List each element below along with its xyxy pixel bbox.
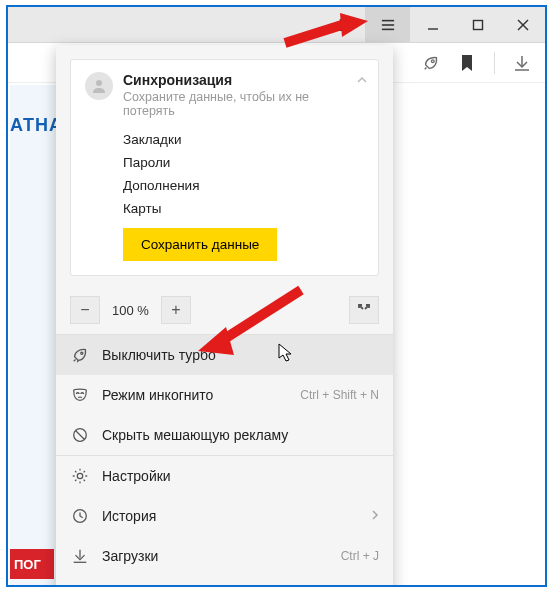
svg-rect-0: [338, 22, 348, 30]
block-icon: [70, 425, 90, 445]
sync-subtitle: Сохраните данные, чтобы их не потерять: [123, 90, 364, 118]
window-close-button[interactable]: [500, 7, 545, 42]
tabs-overview-button[interactable]: [325, 7, 365, 42]
menu-item-label: Настройки: [102, 468, 171, 484]
svg-point-8: [431, 59, 434, 62]
shortcut-label: Ctrl + Shift + N: [300, 388, 379, 402]
svg-line-16: [76, 431, 85, 440]
sync-save-button[interactable]: Сохранить данные: [123, 228, 277, 261]
fullscreen-button[interactable]: [349, 296, 379, 324]
sync-title: Синхронизация: [123, 72, 364, 88]
sync-link-cards[interactable]: Карты: [123, 201, 364, 216]
menu-item-label: Скрыть мешающую рекламу: [102, 427, 288, 443]
main-menu-panel: Синхронизация Сохраните данные, чтобы их…: [56, 45, 393, 587]
svg-point-14: [81, 352, 83, 354]
divider: [494, 52, 495, 74]
menu-item-label: Выключить турбо: [102, 347, 216, 363]
svg-rect-5: [473, 20, 482, 29]
menu-item-settings[interactable]: Настройки: [56, 456, 393, 496]
mask-icon: [70, 385, 90, 405]
menu-item-label: История: [102, 508, 156, 524]
svg-point-11: [96, 80, 102, 86]
history-icon: [70, 506, 90, 526]
menu-item-label: Загрузки: [102, 548, 158, 564]
shortcut-label: Ctrl + J: [341, 549, 379, 563]
download-icon[interactable]: [507, 48, 537, 78]
window-titlebar: [8, 7, 545, 43]
sync-link-bookmarks[interactable]: Закладки: [123, 132, 364, 147]
avatar-icon: [85, 72, 113, 100]
menu-item-hide-ads[interactable]: Скрыть мешающую рекламу: [56, 415, 393, 455]
bookmark-icon[interactable]: [452, 48, 482, 78]
menu-item-label: Режим инкогнито: [102, 387, 213, 403]
browser-window: АТНА ПОГ Синхронизация Сохраните данные,…: [6, 5, 547, 587]
sync-link-addons[interactable]: Дополнения: [123, 178, 364, 193]
zoom-in-button[interactable]: +: [161, 296, 191, 324]
sync-link-passwords[interactable]: Пароли: [123, 155, 364, 170]
svg-point-17: [77, 473, 82, 478]
page-red-badge: ПОГ: [10, 549, 54, 579]
menu-item-history[interactable]: История: [56, 496, 393, 536]
sync-card: Синхронизация Сохраните данные, чтобы их…: [70, 59, 379, 276]
gear-icon: [70, 466, 90, 486]
hamburger-menu-button[interactable]: [365, 7, 410, 42]
zoom-row: − 100 % +: [56, 288, 393, 334]
window-minimize-button[interactable]: [410, 7, 455, 42]
menu-item-downloads[interactable]: Загрузки Ctrl + J: [56, 536, 393, 576]
menu-item-incognito[interactable]: Режим инкогнито Ctrl + Shift + N: [56, 375, 393, 415]
chevron-right-icon: [371, 508, 379, 524]
rocket-icon[interactable]: [416, 48, 446, 78]
download-icon: [70, 546, 90, 566]
zoom-out-button[interactable]: −: [70, 296, 100, 324]
menu-item-bookmarks[interactable]: Закладки: [56, 576, 393, 587]
zoom-value: 100 %: [108, 303, 153, 318]
star-icon: [70, 586, 90, 587]
sync-links: Закладки Пароли Дополнения Карты: [123, 132, 364, 216]
menu-item-turbo[interactable]: Выключить турбо: [56, 335, 393, 375]
window-maximize-button[interactable]: [455, 7, 500, 42]
rocket-icon: [70, 345, 90, 365]
collapse-icon[interactable]: [356, 72, 368, 90]
